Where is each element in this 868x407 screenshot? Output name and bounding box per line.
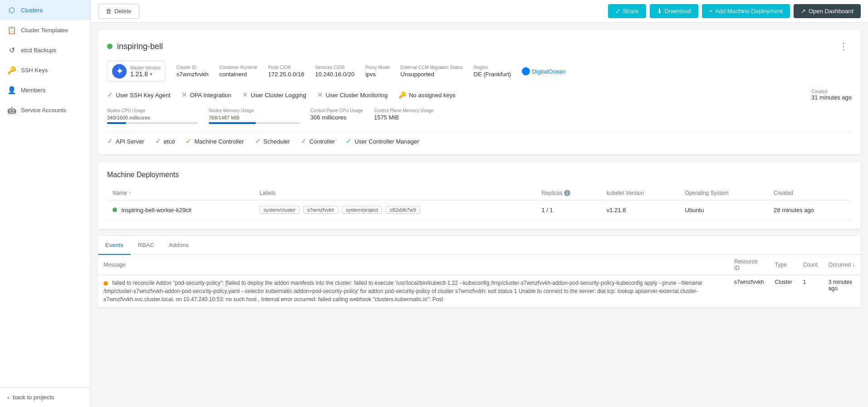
add-machine-deployment-button[interactable]: + Add Machine Deployment — [702, 4, 790, 18]
tab-rbac[interactable]: RBAC — [131, 236, 162, 255]
sidebar-item-members-label: Members — [21, 87, 45, 94]
events-header-row: Message Resource ID Type Count Occurred … — [98, 255, 861, 275]
nodes-memory-usage: Nodes Memory Usage 768/1487 MiB — [209, 108, 299, 124]
feature-user-cluster-monitoring-label: User Cluster Monitoring — [326, 92, 388, 99]
control-memory-usage: Control Plane Memory Usage 1575 MiB — [374, 108, 433, 121]
opa-x-icon: ✕ — [181, 91, 187, 99]
add-machine-label: Add Machine Deployment — [715, 8, 783, 15]
sidebar-item-etcd-backups[interactable]: ↺ etcd Backups — [0, 40, 90, 60]
row-replicas: 1 / 1 — [536, 200, 601, 220]
scheduler-check-icon: ✓ — [255, 137, 261, 145]
main-content: 🗑 Delete ⤢ Share ⬇ Download + Add Machin… — [91, 0, 868, 407]
machine-deployments-table: Name ↑ Labels Replicas i kubelet Version — [107, 186, 852, 220]
download-label: Download — [665, 8, 691, 15]
machine-controller-check-icon: ✓ — [186, 137, 191, 145]
machine-deployments-header-row: Name ↑ Labels Replicas i kubelet Version — [107, 186, 852, 200]
sidebar-item-service-accounts-label: Service Accounts — [21, 107, 66, 114]
nodes-cpu-bar-track — [107, 122, 198, 124]
component-api-server: ✓ API Server — [107, 137, 144, 145]
tab-events[interactable]: Events — [98, 236, 131, 255]
open-dashboard-button[interactable]: ↗ Open Dashboard — [794, 4, 861, 18]
cluster-info-row: ✦ Master Version 1.21.8 ▾ Cluster ID s7w… — [107, 61, 852, 82]
controller-label: Controller — [309, 138, 335, 145]
row-created: 28 minutes ago — [768, 200, 852, 220]
feature-ssh-key-agent-label: User SSH Key Agent — [116, 92, 171, 99]
etcd-check-icon: ✓ — [155, 137, 161, 145]
etcd-label: etcd — [164, 138, 175, 145]
sidebar-item-clusters-label: Clusters — [21, 7, 43, 14]
nodes-memory-bar-fill — [209, 122, 256, 124]
cluster-menu-button[interactable]: ⋮ — [835, 39, 852, 54]
delete-icon: 🗑 — [106, 8, 112, 15]
share-button[interactable]: ⤢ Share — [608, 4, 646, 18]
col-replicas: Replicas i — [536, 186, 601, 200]
sidebar-item-ssh-keys[interactable]: 🔑 SSH Keys — [0, 60, 90, 80]
user-controller-manager-check-icon: ✓ — [346, 137, 352, 145]
nodes-cpu-bar-fill — [107, 122, 126, 124]
master-version-chevron-icon[interactable]: ▾ — [150, 71, 152, 77]
events-card: Events RBAC Addons Message Resource ID T… — [98, 236, 861, 308]
region-label: Region — [474, 65, 511, 70]
col-kubelet-version: kubelet Version — [601, 186, 680, 200]
nodes-cpu-value: 340/1600 millicores — [107, 115, 198, 120]
master-version-label: Master Version — [130, 65, 161, 70]
proxy-mode-field: Proxy Mode ipvs — [365, 65, 389, 78]
col-name: Name ↑ — [107, 186, 254, 200]
event-count: 1 — [798, 275, 823, 308]
nodes-memory-bar-track — [209, 122, 299, 124]
master-version-number: 1.21.8 — [130, 70, 148, 78]
master-version-value: 1.21.8 ▾ — [130, 70, 161, 78]
events-table: Message Resource ID Type Count Occurred … — [98, 255, 861, 308]
back-to-projects[interactable]: ‹ back to projects — [0, 387, 90, 407]
nodes-memory-label: Nodes Memory Usage — [209, 108, 299, 113]
no-keys-key-icon: 🔑 — [398, 91, 406, 99]
usage-row: Nodes CPU Usage 340/1600 millicores Node… — [107, 108, 852, 124]
download-button[interactable]: ⬇ Download — [650, 4, 698, 18]
tab-addons[interactable]: Addons — [162, 236, 196, 255]
external-ccm-field: External CCM Migration Status Unsupporte… — [401, 65, 463, 78]
table-row[interactable]: inspiring-bell-worker-k29clr system/clus… — [107, 200, 852, 220]
sort-asc-icon: ↑ — [128, 190, 131, 196]
component-user-controller-manager: ✓ User Controller Manager — [346, 137, 419, 145]
components-row: ✓ API Server ✓ etcd ✓ Machine Controller… — [107, 131, 852, 145]
api-server-label: API Server — [116, 138, 144, 145]
feature-user-cluster-logging: ✕ User Cluster Logging — [242, 91, 306, 99]
machine-deployments-title: Machine Deployments — [107, 171, 852, 179]
sidebar-item-service-accounts[interactable]: 🤖 Service Accounts — [0, 100, 90, 120]
cluster-id-label: Cluster ID — [177, 65, 209, 70]
row-status-dot — [113, 208, 117, 212]
feature-user-cluster-logging-label: User Cluster Logging — [251, 92, 306, 99]
container-runtime-label: Container Runtime — [220, 65, 257, 70]
sidebar: ⬡ Clusters 📋 Cluster Templates ↺ etcd Ba… — [0, 0, 91, 407]
control-cpu-value: 306 millicores — [310, 114, 363, 121]
sidebar-item-ssh-keys-label: SSH Keys — [21, 67, 48, 74]
region-field: Region DE (Frankfurt) — [474, 65, 511, 78]
control-memory-value: 1575 MiB — [374, 114, 433, 121]
label-chip-cluster-val: s7wmzfvvkh — [303, 206, 338, 214]
control-cpu-label: Control Plane CPU Usage — [310, 108, 363, 113]
cluster-created-value: 31 minutes ago — [811, 94, 852, 101]
cluster-header: inspiring-bell ⋮ — [107, 39, 852, 54]
event-message: failed to reconcile Addon "pod-security-… — [103, 280, 702, 303]
sidebar-item-members[interactable]: 👤 Members — [0, 80, 90, 100]
cluster-created-label: Created — [811, 89, 852, 94]
cluster-id-value: s7wmzfvvkh — [177, 71, 209, 78]
sidebar-item-clusters[interactable]: ⬡ Clusters — [0, 0, 90, 20]
etcd-backups-icon: ↺ — [7, 45, 16, 55]
replicas-info-icon[interactable]: i — [564, 190, 570, 196]
master-version-box: ✦ Master Version 1.21.8 ▾ — [107, 61, 166, 82]
table-row: failed to reconcile Addon "pod-security-… — [98, 275, 861, 308]
scheduler-label: Scheduler — [264, 138, 290, 145]
machine-deployments-tbody: inspiring-bell-worker-k29clr system/clus… — [107, 200, 852, 220]
controller-check-icon: ✓ — [301, 137, 307, 145]
cluster-templates-icon: 📋 — [7, 25, 16, 35]
add-icon: + — [709, 8, 713, 15]
sidebar-item-cluster-templates[interactable]: 📋 Cluster Templates — [0, 20, 90, 40]
members-icon: 👤 — [7, 85, 16, 94]
cluster-status-dot — [107, 44, 113, 49]
services-cidr-value: 10.240.16.0/20 — [315, 71, 354, 78]
machine-deployments-thead: Name ↑ Labels Replicas i kubelet Version — [107, 186, 852, 200]
component-machine-controller: ✓ Machine Controller — [186, 137, 244, 145]
delete-button[interactable]: 🗑 Delete — [98, 4, 139, 19]
row-name: inspiring-bell-worker-k29clr — [122, 207, 192, 213]
